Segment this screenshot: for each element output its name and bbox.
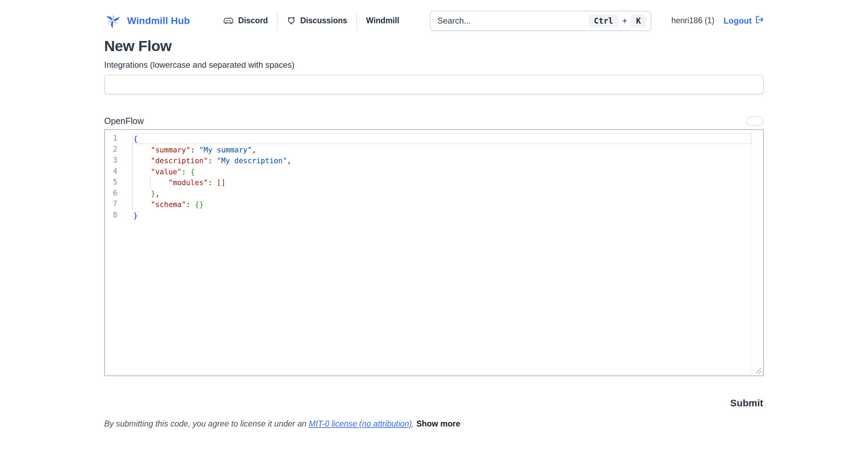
logout-icon [754, 15, 764, 26]
logout-label: Logout [724, 16, 752, 26]
indent-guide [150, 177, 151, 188]
nav-label-windmill: Windmill [366, 16, 399, 25]
license-notice: By submitting this code, you agree to li… [104, 419, 764, 429]
openflow-code-editor[interactable]: 12345678 { "summary": "My summary", "des… [104, 129, 764, 376]
editor-scrollbar-track[interactable] [752, 130, 752, 375]
openflow-editor-toggle[interactable] [746, 116, 764, 126]
brand-title: Windmill Hub [127, 15, 190, 26]
code-line[interactable]: "value": { [132, 166, 751, 177]
code-line[interactable]: { [132, 133, 751, 144]
nav-label-discussions: Discussions [300, 16, 348, 25]
line-number: 1 [105, 133, 132, 144]
header: Windmill Hub Discord [104, 0, 764, 32]
github-icon [287, 16, 296, 25]
windmill-logo-icon [104, 11, 122, 31]
submit-button[interactable]: Submit [729, 396, 764, 410]
ctrl-key-badge: Ctrl [589, 14, 619, 27]
brand[interactable]: Windmill Hub [104, 11, 190, 31]
line-number: 2 [105, 144, 132, 155]
code-lines[interactable]: { "summary": "My summary", "description"… [132, 130, 751, 375]
code-line[interactable]: } [132, 210, 751, 221]
nav-item-discussions[interactable]: Discussions [278, 16, 357, 25]
line-number: 7 [105, 199, 132, 210]
code-line[interactable]: "schema": {} [132, 199, 751, 210]
editor-resize-handle[interactable] [754, 367, 762, 374]
license-text-after: . [412, 419, 416, 428]
indent-guide [132, 144, 133, 210]
line-number-gutter: 12345678 [105, 130, 132, 375]
line-number: 6 [105, 188, 132, 199]
nav-item-discord[interactable]: Discord [223, 16, 277, 25]
k-key-badge: K [631, 14, 646, 27]
integrations-label: Integrations (lowercase and separated wi… [104, 60, 764, 70]
line-number: 8 [105, 210, 132, 221]
shortcut-plus: + [622, 16, 627, 26]
logout-link[interactable]: Logout [724, 15, 764, 26]
search-input[interactable] [437, 16, 589, 26]
license-text-before: By submitting this code, you agree to li… [104, 419, 309, 428]
page-title: New Flow [104, 38, 764, 55]
discord-icon [223, 17, 234, 25]
code-line[interactable]: "description": "My description", [132, 155, 751, 166]
username: henri186 (1) [671, 16, 715, 25]
nav-label-discord: Discord [238, 16, 268, 25]
line-number: 4 [105, 166, 132, 177]
code-line[interactable]: "summary": "My summary", [132, 144, 751, 155]
integrations-input[interactable] [104, 75, 764, 94]
code-line[interactable]: }, [132, 188, 751, 199]
code-line[interactable]: "modules": [] [132, 177, 751, 188]
main-nav: Discord Discussions Windmill [223, 11, 408, 31]
openflow-label: OpenFlow [104, 116, 144, 126]
show-more-button[interactable]: Show more [416, 419, 460, 428]
nav-item-windmill[interactable]: Windmill [357, 16, 408, 25]
line-number: 3 [105, 155, 132, 166]
line-number: 5 [105, 177, 132, 188]
user-area: henri186 (1) Logout [671, 15, 764, 26]
search-box[interactable]: Ctrl + K [430, 11, 651, 31]
mit0-license-link[interactable]: MIT-0 license (no attribution) [309, 419, 412, 428]
